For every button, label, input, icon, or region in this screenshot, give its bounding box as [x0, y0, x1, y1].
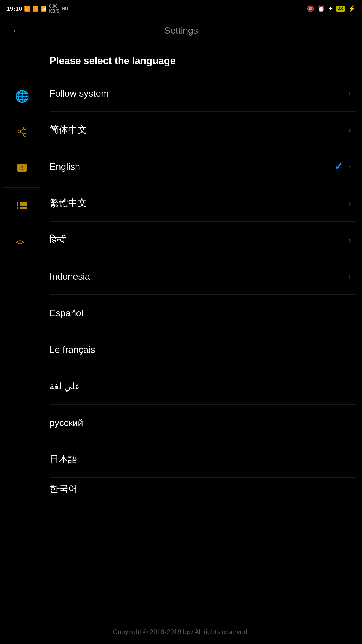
- svg-line-4: [20, 132, 24, 134]
- language-item-hindi[interactable]: हिन्दी ›: [44, 222, 362, 258]
- chevron-icon-hindi: ›: [348, 235, 351, 244]
- language-item-follow-system[interactable]: Follow system ›: [44, 75, 362, 111]
- language-right-hindi: ›: [348, 235, 351, 244]
- wifi-icon: 📶: [41, 6, 47, 12]
- language-right-simplified-chinese: ›: [348, 125, 351, 135]
- language-item-espanol[interactable]: Español: [44, 295, 362, 331]
- sidebar-slot-4: [0, 188, 44, 224]
- status-right: 🔕 ⏰ ✦ 43 ⚡: [307, 5, 355, 12]
- sidebar: 🌐 !: [0, 75, 44, 571]
- language-item-russian[interactable]: русский: [44, 405, 362, 441]
- sidebar-slot-2: [0, 114, 44, 151]
- back-arrow-icon: ←: [11, 24, 23, 37]
- language-right-indonesia: ›: [348, 272, 351, 281]
- language-right-traditional-chinese: ›: [348, 198, 351, 208]
- chevron-icon-follow-system: ›: [348, 89, 351, 98]
- page-title: Please select the language: [0, 44, 362, 75]
- language-item-arabic[interactable]: علي لغة: [44, 368, 362, 404]
- svg-point-0: [23, 127, 26, 130]
- chevron-icon-traditional-chinese: ›: [348, 198, 351, 208]
- hd-badge: HD: [62, 6, 68, 11]
- language-label-japanese: 日本語: [50, 453, 78, 466]
- language-label-russian: русский: [50, 417, 83, 428]
- language-right-follow-system: ›: [348, 89, 351, 98]
- language-item-japanese[interactable]: 日本語: [44, 441, 362, 477]
- language-item-english[interactable]: English ✓ ›: [44, 148, 362, 185]
- svg-rect-7: [17, 202, 18, 204]
- notification-off-icon: 🔕: [307, 5, 314, 12]
- globe-icon: 🌐: [15, 89, 29, 103]
- svg-text:<>: <>: [15, 238, 25, 246]
- language-right-english: ✓ ›: [334, 161, 351, 172]
- time-display: 19:10: [7, 5, 22, 12]
- language-label-indonesia: Indonesia: [50, 271, 90, 282]
- bluetooth-icon: ✦: [328, 5, 333, 12]
- code-icon: <>: [15, 238, 29, 247]
- svg-text:!: !: [21, 165, 23, 171]
- charging-icon: ⚡: [348, 5, 355, 12]
- language-label-traditional-chinese: 繁體中文: [50, 197, 87, 209]
- language-item-simplified-chinese[interactable]: 简体中文 ›: [44, 112, 362, 148]
- share-icon: [17, 126, 28, 140]
- svg-rect-10: [20, 204, 27, 206]
- signal-icon-2: 📶: [32, 6, 39, 12]
- chevron-icon-simplified-chinese: ›: [348, 125, 351, 135]
- language-item-traditional-chinese[interactable]: 繁體中文 ›: [44, 185, 362, 221]
- alarm-icon: ⏰: [317, 5, 325, 12]
- app-header: ← Settings: [0, 17, 362, 44]
- status-bar: 19:10 📶 📶 📶 0.00KB/S HD 🔕 ⏰ ✦ 43 ⚡: [0, 0, 362, 17]
- sidebar-slot-5: <>: [0, 224, 44, 261]
- sidebar-slot-3: !: [0, 151, 44, 187]
- language-label-simplified-chinese: 简体中文: [50, 124, 87, 136]
- chevron-icon-indonesia: ›: [348, 272, 351, 281]
- language-label-hindi: हिन्दी: [50, 234, 66, 245]
- status-left: 19:10 📶 📶 📶 0.00KB/S HD: [7, 4, 68, 14]
- copyright-text: Copyright © 2018-2019 lqw All rights res…: [113, 628, 249, 635]
- language-label-english: English: [50, 161, 80, 172]
- speed-indicator: 0.00KB/S: [49, 4, 59, 14]
- language-label-follow-system: Follow system: [50, 88, 109, 99]
- svg-line-3: [20, 129, 24, 131]
- sidebar-slot-1: 🌐: [0, 78, 44, 114]
- language-label-espanol: Español: [50, 308, 83, 318]
- alert-icon: !: [16, 163, 28, 176]
- svg-rect-9: [17, 204, 18, 206]
- list-icon: [16, 201, 28, 211]
- language-label-korean: 한국어: [50, 482, 78, 495]
- signal-icon: 📶: [24, 6, 30, 12]
- language-item-french[interactable]: Le français: [44, 331, 362, 368]
- svg-point-1: [18, 130, 21, 133]
- svg-point-2: [23, 133, 26, 136]
- chevron-icon-english: ›: [348, 162, 351, 171]
- svg-rect-12: [20, 207, 27, 209]
- language-list: Follow system › 简体中文 › English ✓ › 繁體中文: [44, 75, 362, 571]
- language-item-indonesia[interactable]: Indonesia ›: [44, 258, 362, 294]
- header-title: Settings: [164, 25, 198, 36]
- language-item-korean[interactable]: 한국어: [44, 478, 362, 500]
- battery-indicator: 43: [336, 6, 345, 12]
- language-label-french: Le français: [50, 344, 95, 355]
- footer-copyright: Copyright © 2018-2019 lqw All rights res…: [0, 628, 362, 636]
- back-button[interactable]: ←: [11, 24, 23, 37]
- svg-rect-11: [17, 207, 18, 209]
- main-content: 🌐 !: [0, 75, 362, 571]
- svg-rect-8: [20, 202, 27, 204]
- checkmark-icon-english: ✓: [334, 161, 343, 172]
- language-label-arabic: علي لغة: [50, 381, 80, 392]
